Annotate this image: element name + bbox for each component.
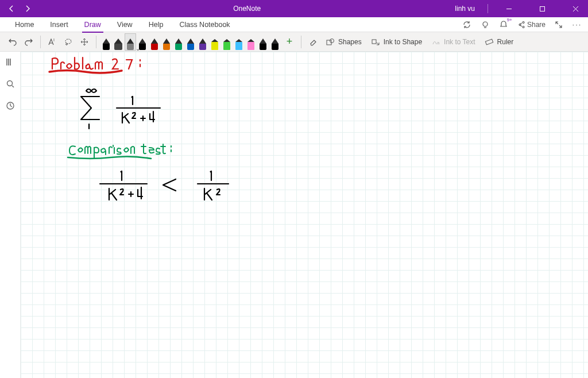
fullscreen-icon[interactable] xyxy=(554,20,564,30)
undo-button[interactable] xyxy=(6,35,20,49)
svg-text:I: I xyxy=(53,38,55,42)
workspace xyxy=(0,52,588,378)
ink-inequality xyxy=(90,167,250,207)
shapes-label: Shapes xyxy=(338,38,362,46)
app-title: OneNote xyxy=(39,5,455,13)
pen-3[interactable] xyxy=(137,34,148,50)
pen-gallery xyxy=(101,34,280,50)
draw-ribbon: I + Shapes Ink to Shape a Ink to Text Ru… xyxy=(0,32,588,52)
recent-icon[interactable] xyxy=(5,100,16,111)
eraser-tool[interactable] xyxy=(306,35,320,49)
svg-point-6 xyxy=(66,43,68,45)
minimize-button[interactable] xyxy=(496,0,521,17)
more-icon[interactable]: ··· xyxy=(572,20,582,30)
bell-icon[interactable]: 9+ xyxy=(498,20,509,30)
pen-13[interactable] xyxy=(258,34,268,50)
notif-badge: 9+ xyxy=(507,17,512,22)
forward-button[interactable] xyxy=(20,0,36,17)
add-pen-button[interactable]: + xyxy=(283,36,296,48)
ink-to-text-button: a Ink to Text xyxy=(428,35,478,49)
drawing-canvas[interactable] xyxy=(21,52,588,378)
ink-to-text-label: Ink to Text xyxy=(444,38,475,46)
user-name[interactable]: linh vu xyxy=(455,5,479,13)
pen-11[interactable] xyxy=(234,34,244,50)
pan-tool[interactable] xyxy=(78,35,91,49)
tab-insert[interactable]: Insert xyxy=(42,17,76,32)
lightbulb-icon[interactable] xyxy=(480,20,490,30)
ink-comparison-underline xyxy=(67,155,153,160)
search-icon[interactable] xyxy=(5,78,16,90)
ruler-button[interactable]: Ruler xyxy=(481,35,517,49)
ribbon-sep-3 xyxy=(301,36,301,48)
tab-home[interactable]: Home xyxy=(7,17,42,32)
pen-12[interactable] xyxy=(246,34,256,50)
ink-to-shape-label: Ink to Shape xyxy=(384,38,422,46)
svg-point-5 xyxy=(65,39,71,44)
ink-title-underline xyxy=(48,69,123,75)
pen-8[interactable] xyxy=(198,34,208,50)
tab-class-notebook[interactable]: Class Notebook xyxy=(171,17,238,32)
ink-sigma-formula xyxy=(69,86,184,129)
svg-point-8 xyxy=(330,38,334,43)
svg-rect-9 xyxy=(372,40,376,44)
pen-4[interactable] xyxy=(149,34,160,50)
back-button[interactable] xyxy=(3,0,20,17)
svg-text:a: a xyxy=(437,40,440,45)
notebooks-icon[interactable] xyxy=(5,56,16,68)
pen-6[interactable] xyxy=(173,34,184,50)
share-button[interactable]: Share xyxy=(517,21,546,29)
sync-icon[interactable] xyxy=(462,20,472,30)
lasso-tool[interactable] xyxy=(61,35,75,49)
ribbon-sep-2 xyxy=(96,36,96,48)
svg-line-13 xyxy=(12,86,14,87)
pen-10[interactable] xyxy=(222,34,232,50)
share-label: Share xyxy=(527,21,546,29)
title-bar: OneNote linh vu xyxy=(0,0,588,17)
pen-9[interactable] xyxy=(210,34,220,50)
svg-rect-1 xyxy=(540,6,544,11)
shapes-button[interactable]: Shapes xyxy=(322,35,365,49)
close-button[interactable] xyxy=(563,0,588,17)
tab-view[interactable]: View xyxy=(109,17,141,32)
tab-draw[interactable]: Draw xyxy=(76,17,109,32)
ink-to-shape-button[interactable]: Ink to Shape xyxy=(368,35,425,49)
svg-rect-11 xyxy=(485,39,493,45)
title-separator xyxy=(488,4,488,13)
pen-0[interactable] xyxy=(101,34,111,50)
ruler-label: Ruler xyxy=(497,38,514,46)
left-sidebar xyxy=(0,52,21,378)
pen-14[interactable] xyxy=(270,34,280,50)
ribbon-sep-1 xyxy=(40,36,41,48)
pen-5[interactable] xyxy=(161,34,172,50)
text-tool[interactable]: I xyxy=(45,35,59,49)
pen-1[interactable] xyxy=(113,34,123,50)
redo-button[interactable] xyxy=(22,35,36,49)
menu-bar: Home Insert Draw View Help Class Noteboo… xyxy=(0,17,588,32)
pen-7[interactable] xyxy=(185,34,196,50)
pen-2[interactable] xyxy=(125,34,136,50)
svg-point-12 xyxy=(7,81,12,86)
maximize-button[interactable] xyxy=(529,0,555,17)
svg-point-2 xyxy=(483,22,488,26)
tab-help[interactable]: Help xyxy=(141,17,172,32)
